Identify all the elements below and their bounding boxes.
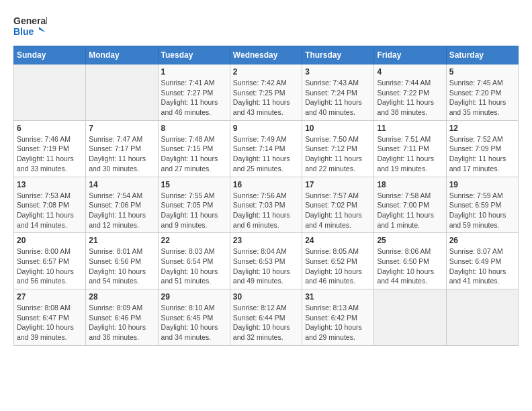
day-info: Sunrise: 7:51 AM Sunset: 7:11 PM Dayligh… — [377, 134, 443, 174]
day-info: Sunrise: 7:42 AM Sunset: 7:25 PM Dayligh… — [233, 78, 299, 118]
day-number: 21 — [89, 236, 154, 245]
column-header-friday: Friday — [374, 46, 446, 64]
day-cell: 27Sunrise: 8:08 AM Sunset: 6:47 PM Dayli… — [14, 289, 86, 346]
column-header-tuesday: Tuesday — [158, 46, 230, 64]
day-number: 9 — [233, 124, 299, 133]
day-cell — [446, 289, 518, 346]
day-info: Sunrise: 8:07 AM Sunset: 6:49 PM Dayligh… — [449, 246, 515, 286]
day-cell — [14, 64, 86, 121]
day-cell: 22Sunrise: 8:03 AM Sunset: 6:54 PM Dayli… — [158, 233, 230, 289]
week-row-2: 6Sunrise: 7:46 AM Sunset: 7:19 PM Daylig… — [14, 120, 519, 177]
day-cell: 20Sunrise: 8:00 AM Sunset: 6:57 PM Dayli… — [14, 233, 86, 289]
day-number: 4 — [377, 67, 443, 77]
day-info: Sunrise: 8:13 AM Sunset: 6:42 PM Dayligh… — [305, 303, 371, 342]
day-cell: 23Sunrise: 8:04 AM Sunset: 6:53 PM Dayli… — [230, 233, 302, 289]
column-header-sunday: Sunday — [14, 46, 86, 64]
day-number: 6 — [17, 124, 83, 133]
day-cell: 8Sunrise: 7:48 AM Sunset: 7:15 PM Daylig… — [158, 120, 230, 177]
header-row: SundayMondayTuesdayWednesdayThursdayFrid… — [14, 46, 519, 64]
week-row-1: 1Sunrise: 7:41 AM Sunset: 7:27 PM Daylig… — [14, 64, 519, 121]
svg-marker-2 — [39, 27, 46, 32]
day-number: 1 — [161, 67, 227, 77]
column-header-saturday: Saturday — [446, 46, 518, 64]
day-info: Sunrise: 8:05 AM Sunset: 6:52 PM Dayligh… — [305, 246, 371, 286]
day-cell: 13Sunrise: 7:53 AM Sunset: 7:08 PM Dayli… — [14, 177, 86, 233]
day-cell: 26Sunrise: 8:07 AM Sunset: 6:49 PM Dayli… — [446, 233, 518, 289]
day-cell: 10Sunrise: 7:50 AM Sunset: 7:12 PM Dayli… — [302, 120, 374, 177]
day-cell: 5Sunrise: 7:45 AM Sunset: 7:20 PM Daylig… — [446, 64, 518, 121]
day-cell: 24Sunrise: 8:05 AM Sunset: 6:52 PM Dayli… — [302, 233, 374, 289]
day-info: Sunrise: 7:44 AM Sunset: 7:22 PM Dayligh… — [377, 78, 443, 118]
day-info: Sunrise: 8:04 AM Sunset: 6:53 PM Dayligh… — [233, 246, 299, 286]
svg-text:Blue: Blue — [13, 26, 34, 37]
day-number: 25 — [377, 236, 443, 245]
day-info: Sunrise: 8:01 AM Sunset: 6:56 PM Dayligh… — [89, 246, 154, 286]
day-info: Sunrise: 7:47 AM Sunset: 7:17 PM Dayligh… — [89, 134, 154, 174]
day-cell: 28Sunrise: 8:09 AM Sunset: 6:46 PM Dayli… — [86, 289, 158, 346]
day-info: Sunrise: 8:00 AM Sunset: 6:57 PM Dayligh… — [17, 246, 83, 286]
day-number: 29 — [161, 292, 227, 302]
day-number: 2 — [233, 67, 299, 77]
column-header-thursday: Thursday — [302, 46, 374, 64]
day-number: 8 — [161, 124, 227, 133]
day-cell: 30Sunrise: 8:12 AM Sunset: 6:44 PM Dayli… — [230, 289, 302, 346]
page-header: GeneralBlue — [13, 13, 519, 39]
day-cell — [374, 289, 446, 346]
day-info: Sunrise: 7:50 AM Sunset: 7:12 PM Dayligh… — [305, 134, 371, 174]
day-cell: 14Sunrise: 7:54 AM Sunset: 7:06 PM Dayli… — [86, 177, 158, 233]
svg-text:General: General — [13, 15, 47, 26]
day-info: Sunrise: 8:03 AM Sunset: 6:54 PM Dayligh… — [161, 246, 227, 286]
day-cell — [86, 64, 158, 121]
day-cell: 9Sunrise: 7:49 AM Sunset: 7:14 PM Daylig… — [230, 120, 302, 177]
day-cell: 7Sunrise: 7:47 AM Sunset: 7:17 PM Daylig… — [86, 120, 158, 177]
day-number: 15 — [161, 180, 227, 189]
day-info: Sunrise: 7:46 AM Sunset: 7:19 PM Dayligh… — [17, 134, 83, 174]
day-info: Sunrise: 7:45 AM Sunset: 7:20 PM Dayligh… — [449, 78, 515, 118]
day-cell: 3Sunrise: 7:43 AM Sunset: 7:24 PM Daylig… — [302, 64, 374, 121]
day-number: 7 — [89, 124, 154, 133]
day-info: Sunrise: 7:53 AM Sunset: 7:08 PM Dayligh… — [17, 191, 83, 230]
day-info: Sunrise: 7:56 AM Sunset: 7:03 PM Dayligh… — [233, 191, 299, 230]
day-cell: 2Sunrise: 7:42 AM Sunset: 7:25 PM Daylig… — [230, 64, 302, 121]
day-cell: 6Sunrise: 7:46 AM Sunset: 7:19 PM Daylig… — [14, 120, 86, 177]
day-number: 17 — [305, 180, 371, 189]
day-info: Sunrise: 7:55 AM Sunset: 7:05 PM Dayligh… — [161, 191, 227, 230]
day-number: 27 — [17, 292, 83, 302]
column-header-wednesday: Wednesday — [230, 46, 302, 64]
day-info: Sunrise: 7:48 AM Sunset: 7:15 PM Dayligh… — [161, 134, 227, 174]
day-number: 12 — [449, 124, 515, 133]
day-number: 23 — [233, 236, 299, 245]
day-number: 16 — [233, 180, 299, 189]
day-info: Sunrise: 7:59 AM Sunset: 6:59 PM Dayligh… — [449, 191, 515, 230]
day-cell: 21Sunrise: 8:01 AM Sunset: 6:56 PM Dayli… — [86, 233, 158, 289]
day-cell: 11Sunrise: 7:51 AM Sunset: 7:11 PM Dayli… — [374, 120, 446, 177]
day-info: Sunrise: 7:43 AM Sunset: 7:24 PM Dayligh… — [305, 78, 371, 118]
day-number: 28 — [89, 292, 154, 302]
day-cell: 19Sunrise: 7:59 AM Sunset: 6:59 PM Dayli… — [446, 177, 518, 233]
day-cell: 17Sunrise: 7:57 AM Sunset: 7:02 PM Dayli… — [302, 177, 374, 233]
day-cell: 15Sunrise: 7:55 AM Sunset: 7:05 PM Dayli… — [158, 177, 230, 233]
day-info: Sunrise: 7:52 AM Sunset: 7:09 PM Dayligh… — [449, 134, 515, 174]
day-info: Sunrise: 7:54 AM Sunset: 7:06 PM Dayligh… — [89, 191, 154, 230]
day-info: Sunrise: 7:41 AM Sunset: 7:27 PM Dayligh… — [161, 78, 227, 118]
day-number: 31 — [305, 292, 371, 302]
day-number: 26 — [449, 236, 515, 245]
day-info: Sunrise: 7:49 AM Sunset: 7:14 PM Dayligh… — [233, 134, 299, 174]
day-info: Sunrise: 8:10 AM Sunset: 6:45 PM Dayligh… — [161, 303, 227, 342]
column-header-monday: Monday — [86, 46, 158, 64]
day-number: 20 — [17, 236, 83, 245]
day-number: 5 — [449, 67, 515, 77]
day-number: 19 — [449, 180, 515, 189]
day-cell: 31Sunrise: 8:13 AM Sunset: 6:42 PM Dayli… — [302, 289, 374, 346]
day-info: Sunrise: 8:06 AM Sunset: 6:50 PM Dayligh… — [377, 246, 443, 286]
logo: GeneralBlue — [13, 13, 47, 39]
day-cell: 18Sunrise: 7:58 AM Sunset: 7:00 PM Dayli… — [374, 177, 446, 233]
day-cell: 29Sunrise: 8:10 AM Sunset: 6:45 PM Dayli… — [158, 289, 230, 346]
day-number: 10 — [305, 124, 371, 133]
day-info: Sunrise: 7:58 AM Sunset: 7:00 PM Dayligh… — [377, 191, 443, 230]
day-cell: 1Sunrise: 7:41 AM Sunset: 7:27 PM Daylig… — [158, 64, 230, 121]
week-row-5: 27Sunrise: 8:08 AM Sunset: 6:47 PM Dayli… — [14, 289, 519, 346]
week-row-3: 13Sunrise: 7:53 AM Sunset: 7:08 PM Dayli… — [14, 177, 519, 233]
calendar-table: SundayMondayTuesdayWednesdayThursdayFrid… — [13, 46, 519, 346]
day-cell: 12Sunrise: 7:52 AM Sunset: 7:09 PM Dayli… — [446, 120, 518, 177]
